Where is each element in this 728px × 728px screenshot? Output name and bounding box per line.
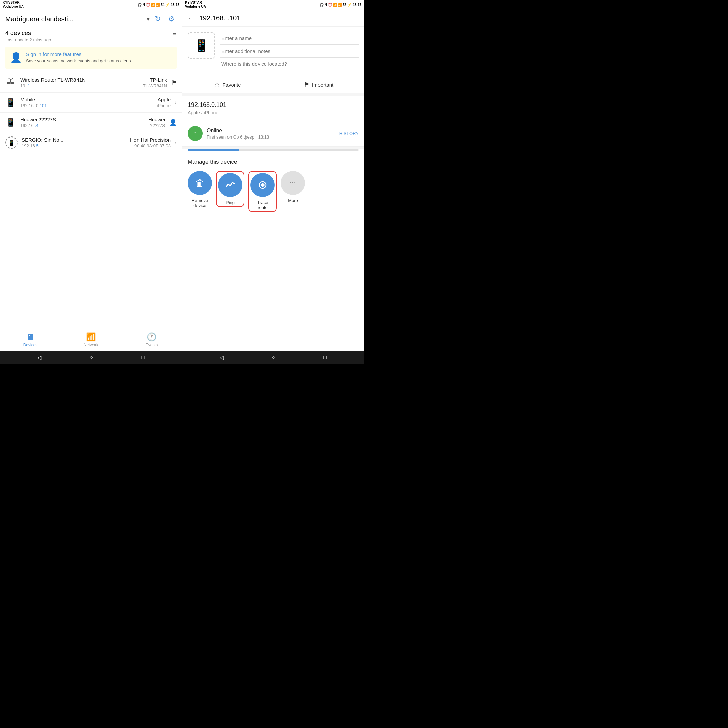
nav-events-label: Events [145, 343, 158, 347]
device-ip-sergio: 192.16 5 [21, 143, 39, 148]
device-brand-sergio: Hon Hai Precision [130, 137, 171, 142]
device-model-mobile: iPhone [157, 103, 171, 108]
battery-left: 54 [161, 3, 164, 7]
dropdown-icon[interactable]: ▾ [147, 15, 150, 23]
recents-android-left[interactable]: □ [141, 354, 145, 360]
battery-right: 56 [343, 3, 346, 7]
person-icon: 👤 [169, 119, 177, 126]
android-nav-bar-right: ◁ ○ □ [182, 350, 364, 364]
sergio-icon: 📱 [5, 136, 18, 148]
device-name-sergio: SERGIO: Sin No... [21, 137, 63, 142]
network-nav-icon: 📶 [86, 332, 96, 342]
device-brand-router: TP-Link [150, 77, 167, 83]
device-name-mobile: Mobile [20, 97, 35, 102]
carrier-right: KYIVSTAR [185, 1, 206, 5]
device-item-huawei[interactable]: 📱 Huawei ????7S Huawei 192.16 .4 ????7S … [0, 113, 182, 133]
nav-network[interactable]: 📶 Network [61, 329, 121, 350]
device-name-huawei: Huawei ????7S [20, 116, 56, 122]
more-wrap: ··· More [281, 171, 305, 203]
divider-top [182, 93, 364, 96]
remove-device-wrap: 🗑 Removedevice [188, 171, 212, 208]
device-brand-huawei: Huawei [148, 116, 165, 122]
traceroute-label: Traceroute [257, 200, 268, 210]
svg-point-5 [11, 83, 11, 84]
router-icon [5, 77, 16, 88]
important-button[interactable]: ⚑ Important [273, 76, 364, 93]
sign-in-desc: Save your scans, network events and get … [26, 58, 132, 64]
device-model-huawei: ????7S [150, 123, 165, 128]
traceroute-button[interactable] [251, 173, 275, 197]
spacer [182, 151, 364, 153]
online-indicator: ↑ [188, 126, 203, 141]
sign-in-link[interactable]: Sign in for more features [26, 51, 132, 57]
history-button[interactable]: HISTORY [340, 131, 359, 136]
home-android-left[interactable]: ○ [90, 354, 93, 360]
device-details: 192.168.0.101 Apple / iPhone [182, 96, 364, 121]
status-bar-left: KYIVSTAR Vodafone UA 🎧 N ⏰ 📶 📶 54 ⚡ 13:1… [0, 0, 182, 9]
back-android-left[interactable]: ◁ [37, 354, 41, 361]
icons-left: 🎧 N ⏰ 📶 📶 [138, 3, 160, 7]
favorite-button[interactable]: ☆ Favorite [182, 76, 273, 93]
refresh-icon: ↻ [155, 14, 161, 23]
upload-icon: ↑ [193, 130, 197, 138]
device-fields [220, 32, 359, 70]
home-android-right[interactable]: ○ [272, 354, 275, 360]
last-update: Last update 2 mins ago [5, 37, 51, 43]
icons-right: 🎧 N ⏰ 📶 📶 [320, 3, 342, 7]
left-panel: KYIVSTAR Vodafone UA 🎧 N ⏰ 📶 📶 54 ⚡ 13:1… [0, 0, 182, 364]
nav-events[interactable]: 🕐 Events [121, 329, 182, 350]
device-ip-huawei: 192.16 .4 [20, 123, 38, 128]
right-spacer [182, 217, 364, 350]
recents-android-right[interactable]: □ [323, 354, 327, 360]
network-left: Vodafone UA [3, 5, 24, 9]
ping-label: Ping [226, 200, 235, 205]
remove-device-label: Removedevice [192, 198, 208, 208]
flag-action-icon: ⚑ [304, 81, 309, 88]
device-name-router: Wireless Router TL-WR841N [20, 77, 86, 83]
detail-type: Apple / iPhone [188, 110, 359, 115]
refresh-button[interactable]: ↻ [152, 14, 163, 24]
manage-section: Manage this device 🗑 Removedevice Ping [182, 153, 364, 217]
manage-actions: 🗑 Removedevice Ping [188, 171, 359, 212]
device-item-mobile[interactable]: 📱 Mobile Apple 192.16 .0.101 iPhone › [0, 93, 182, 113]
settings-icon: ⚙ [168, 14, 174, 23]
device-name-input[interactable] [220, 32, 359, 45]
divider-mid [182, 147, 364, 149]
device-location-input[interactable] [220, 58, 359, 70]
time-left: 13:15 [171, 3, 179, 7]
nav-devices-label: Devices [23, 343, 38, 347]
mobile-icon: 📱 [5, 98, 16, 107]
nav-devices[interactable]: 🖥 Devices [0, 329, 61, 350]
action-row: ☆ Favorite ⚑ Important [182, 76, 364, 93]
back-android-right[interactable]: ◁ [220, 354, 224, 361]
devices-nav-icon: 🖥 [26, 332, 34, 342]
detail-ip: 192.168.0.101 [188, 101, 359, 109]
header-ip: 192.168. .101 [199, 14, 240, 22]
more-label: More [288, 198, 298, 203]
sign-in-banner[interactable]: 👤 Sign in for more features Save your sc… [5, 46, 177, 69]
svg-line-3 [11, 78, 13, 80]
settings-button[interactable]: ⚙ [166, 14, 177, 24]
carrier-left: KYIVSTAR [3, 1, 24, 5]
device-detail-header: ← 192.168. .101 [182, 9, 364, 27]
status-first-seen: First seen on Ср 6 февр., 13:13 [206, 135, 335, 139]
nav-network-label: Network [84, 343, 98, 347]
android-nav-bar-left: ◁ ○ □ [0, 350, 182, 364]
user-icon: 👤 [10, 52, 22, 63]
arrow-icon-sergio: › [174, 139, 177, 146]
device-item-router[interactable]: Wireless Router TL-WR841N TP-Link 19 .1 … [0, 73, 182, 93]
device-notes-input[interactable] [220, 45, 359, 58]
events-nav-icon: 🕐 [147, 332, 157, 342]
more-button[interactable]: ··· [281, 171, 305, 195]
device-item-sergio[interactable]: 📱 SERGIO: Sin No... Hon Hai Precision 19… [0, 133, 182, 153]
star-icon: ☆ [214, 81, 220, 88]
svg-line-2 [9, 78, 11, 80]
remove-device-button[interactable]: 🗑 [188, 171, 212, 195]
device-brand-mobile: Apple [158, 97, 171, 102]
filter-icon[interactable]: ≡ [173, 30, 177, 39]
device-model-router: TL-WR841N [143, 83, 167, 88]
ping-button[interactable] [218, 173, 242, 197]
svg-point-4 [9, 83, 10, 84]
back-button[interactable]: ← [188, 14, 195, 22]
right-panel: KYIVSTAR Vodafone UA 🎧 N ⏰ 📶 📶 56 ⚡ 13:1… [182, 0, 364, 364]
